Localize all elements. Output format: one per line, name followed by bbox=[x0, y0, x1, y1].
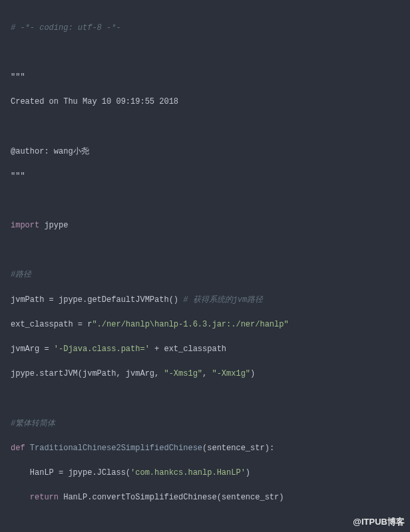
code-block: # -*- coding: utf-8 -*- """ Created on T… bbox=[0, 0, 410, 532]
jvmpath-line: jvmPath = jpype.getDefaultJVMPath() bbox=[11, 295, 183, 305]
ext-line-a: ext_classpath = r bbox=[11, 320, 92, 329]
jvmpath-inline-comment: # 获得系统的jvm路径 bbox=[183, 295, 263, 305]
fn-trad: TraditionalChinese2SimplifiedChinese bbox=[25, 444, 202, 453]
path-comment: #路径 bbox=[11, 270, 31, 279]
jvmarg-string: '-Djava.class.path=' bbox=[54, 344, 150, 354]
encoding-comment: # -*- coding: utf-8 -*- bbox=[11, 23, 121, 33]
han-b: ) bbox=[246, 468, 250, 477]
docstring-close: """ bbox=[11, 172, 25, 181]
xmx-string: "-Xmx1g" bbox=[212, 369, 250, 378]
sig-trad: (sentence_str): bbox=[202, 444, 274, 453]
return-kw: return bbox=[11, 493, 59, 502]
import-module: jpype bbox=[39, 221, 68, 230]
start-c: ) bbox=[250, 369, 255, 378]
created-line: Created on Thu May 10 09:19:55 2018 bbox=[11, 97, 178, 106]
jvmarg-b: + ext_classpath bbox=[150, 344, 226, 354]
def-kw: def bbox=[11, 444, 25, 453]
ext-string: "./ner/hanlp\hanlp-1.6.3.jar:./ner/hanlp… bbox=[92, 320, 288, 329]
import-keyword: import bbox=[11, 221, 39, 230]
docstring-open: """ bbox=[11, 72, 25, 82]
start-b: , bbox=[202, 369, 212, 378]
trad-ret: HanLP.convertToSimplifiedChinese(sentenc… bbox=[59, 493, 284, 502]
watermark: @ITPUB博客 bbox=[353, 516, 405, 528]
hanlp-cls: 'com.hankcs.hanlp.HanLP' bbox=[130, 468, 246, 477]
start-a: jpype.startJVM(jvmPath, jvmArg, bbox=[11, 369, 164, 378]
han-a: HanLP = jpype.JClass( bbox=[11, 468, 130, 477]
xms-string: "-Xms1g" bbox=[164, 369, 202, 378]
trad-comment: #繁体转简体 bbox=[11, 419, 55, 428]
jvmarg-a: jvmArg = bbox=[11, 344, 54, 354]
author-line: @author: wang小尧 bbox=[11, 147, 89, 156]
